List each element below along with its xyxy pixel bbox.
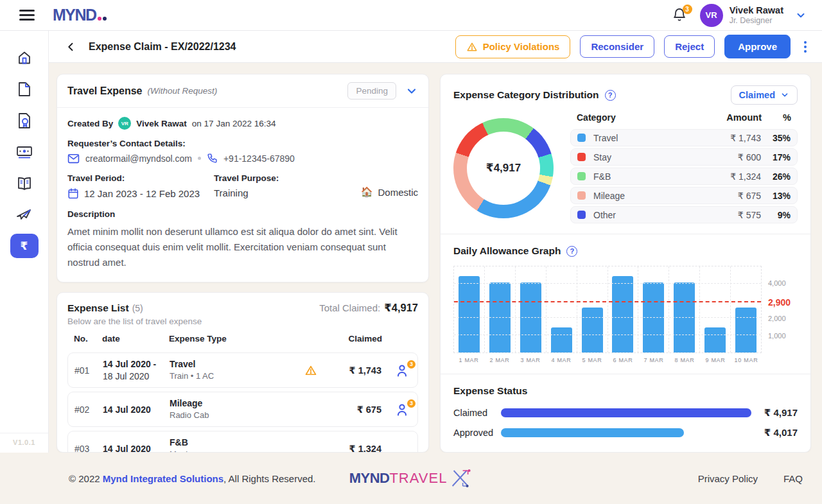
category-swatch (577, 153, 586, 161)
donut-chart: ₹4,917 (453, 118, 554, 218)
sidebar-item-travel[interactable] (10, 202, 39, 228)
document-icon (17, 82, 31, 97)
bar[interactable] (582, 308, 603, 352)
calendar-icon (67, 187, 79, 199)
category-row[interactable]: Mileage₹ 67513% (570, 187, 798, 204)
mynd-travel-logo: MYNDTRAVEL (349, 465, 473, 491)
policy-violations-button[interactable]: Policy Violations (455, 35, 571, 58)
x-tick-label: 8 MAR (669, 357, 700, 363)
money-check-icon (16, 145, 33, 159)
more-options-kebab-icon[interactable] (800, 39, 810, 55)
user-avatar: VR (700, 4, 723, 27)
expense-list-row[interactable]: #0114 Jul 2020 -18 Jul 2020TravelTrain •… (67, 352, 418, 388)
expense-row-people[interactable]: 3 (381, 402, 411, 417)
expense-list-row[interactable]: #0214 Jul 2020MileageRadio Cab₹ 6753 (67, 392, 418, 427)
category-row[interactable]: Stay₹ 60017% (570, 148, 798, 166)
y-tick-label: 1,000 (768, 332, 786, 340)
gridline (454, 317, 761, 318)
expense-list-title: Expense List (67, 302, 129, 314)
created-on: on 17 Jan 2022 16:34 (192, 119, 276, 128)
category-row[interactable]: Other₹ 5759% (570, 206, 798, 223)
contact-details-label: Requester’s Contact Details: (67, 139, 418, 148)
notifications-bell-icon[interactable]: 3 (672, 7, 688, 24)
sidebar-item-documents[interactable] (10, 76, 39, 102)
expense-row-no: #01 (74, 365, 103, 376)
privacy-policy-link[interactable]: Privacy Policy (698, 473, 758, 484)
expense-status-bars: Claimed₹ 4,917Approved₹ 4,017 (453, 407, 798, 439)
sidebar-item-expense-active[interactable]: ₹ (10, 234, 39, 258)
x-tick-label: 10 MAR (731, 357, 762, 363)
document-badge-icon (17, 112, 32, 129)
reject-button[interactable]: Reject (664, 35, 715, 58)
bar-chart-x-axis: 1 MAR2 MAR3 MAR4 MAR5 MAR6 MAR7 MAR8 MAR… (453, 357, 798, 363)
expense-row-type: F&BMeal (170, 437, 304, 453)
category-swatch (577, 172, 586, 180)
category-distribution-title: Expense Category Distribution (453, 89, 599, 101)
help-icon[interactable] (566, 246, 577, 257)
page-titlebar: Expense Claim - EX/2022/1234 Policy Viol… (49, 31, 822, 63)
category-distribution-panel: Expense Category Distribution Claimed ₹4… (441, 74, 810, 234)
bar[interactable] (735, 308, 756, 352)
expense-status-title: Expense Status (453, 385, 527, 397)
book-icon (16, 177, 33, 191)
creator-phone[interactable]: +91-12345-67890 (223, 153, 295, 164)
cat-col-amount: Amount (714, 112, 762, 123)
category-percent: 17% (761, 152, 791, 162)
category-amount: ₹ 600 (713, 152, 761, 162)
collapse-chevron-down-icon[interactable] (405, 85, 418, 98)
page-footer: © 2022 Mynd Integrated Solutions, All Ri… (0, 453, 822, 504)
claimed-dropdown[interactable]: Claimed (731, 85, 798, 105)
status-bar[interactable] (501, 428, 684, 437)
expense-list-row[interactable]: #0314 Jul 2020F&BMeal₹ 1,324 (67, 431, 418, 453)
bar-column (547, 266, 577, 352)
back-button[interactable] (64, 40, 78, 54)
daily-allowance-title: Daily Allowance Graph (453, 245, 561, 257)
sidebar-item-ledger[interactable] (10, 171, 39, 196)
sidebar-item-claims[interactable] (10, 108, 39, 134)
category-row[interactable]: F&B₹ 1,32426% (570, 168, 798, 185)
description-label: Description (67, 209, 418, 219)
user-menu-chevron-down-icon[interactable] (795, 10, 807, 21)
status-bar-track (501, 408, 751, 417)
sidebar-item-home[interactable] (10, 45, 39, 71)
phone-icon (207, 153, 218, 164)
reconsider-button[interactable]: Reconsider (580, 35, 654, 58)
bar[interactable] (551, 327, 572, 352)
bar[interactable] (704, 327, 726, 352)
copyright-brand[interactable]: Mynd Integrated Solutions (103, 473, 223, 484)
trip-type-value: Domestic (378, 187, 418, 198)
category-name: Other (593, 210, 713, 220)
user-menu[interactable]: VR Vivek Rawat Jr. Designer (700, 4, 783, 27)
sidebar-item-payments[interactable] (10, 139, 39, 165)
category-row[interactable]: Travel₹ 1,74335% (570, 129, 798, 146)
bar-column (608, 266, 639, 352)
help-icon[interactable] (605, 90, 616, 101)
bar-chart-y-axis: 1,0002,0004,0002,900 (762, 266, 798, 353)
bar-column (516, 266, 547, 352)
faq-link[interactable]: FAQ (783, 473, 803, 484)
bar-column (700, 266, 731, 352)
status-bar-track (501, 428, 751, 437)
approve-button[interactable]: Approve (724, 35, 791, 58)
expense-row-amount: ₹ 1,743 (326, 365, 381, 376)
expense-row-people[interactable]: 3 (381, 363, 411, 378)
bar-column (669, 266, 700, 352)
page-title: Expense Claim - EX/2022/1234 (89, 41, 236, 53)
expense-row-date: 14 Jul 2020 (103, 443, 170, 453)
category-amount: ₹ 1,743 (713, 133, 761, 143)
x-tick-label: 7 MAR (638, 357, 669, 363)
creator-email[interactable]: creatormail@myndsol.com (85, 153, 192, 164)
bar[interactable] (459, 276, 480, 352)
hamburger-menu-icon[interactable] (19, 10, 35, 21)
status-label: Approved (453, 428, 501, 438)
sidebar-nav: ₹ V1.0.1 (0, 31, 49, 453)
gridline (454, 335, 761, 335)
user-name: Vivek Rawat (730, 5, 783, 16)
bar[interactable] (612, 276, 633, 352)
status-bar[interactable] (501, 408, 751, 417)
bar-column (454, 266, 485, 352)
brand-logo-text: MYND (53, 6, 96, 24)
expense-row-warning[interactable] (304, 364, 326, 377)
category-name: Travel (593, 133, 713, 143)
bar-chart-plot (453, 266, 762, 353)
